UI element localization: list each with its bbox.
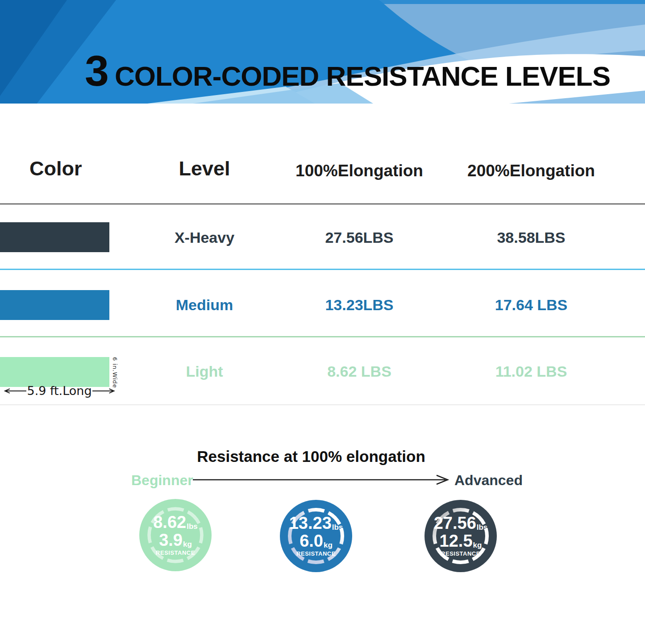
lbs-value: 27.56: [434, 514, 476, 532]
elongation-200-cell: 17.64 LBS: [464, 296, 598, 314]
badge-text: 13.23lbs 6.0kg RESISTANCE: [289, 515, 343, 558]
lbs-value: 13.23: [289, 514, 332, 532]
banner: 3 COLOR-CODED RESISTANCE LEVELS: [0, 0, 645, 104]
kg-unit: kg: [324, 541, 333, 549]
kg-value: 6.0: [300, 532, 323, 550]
resistance-badge-medium: 13.23lbs 6.0kg RESISTANCE: [280, 500, 352, 572]
column-header-100-elongation: 100%Elongation: [292, 162, 426, 180]
banner-title-text: COLOR-CODED RESISTANCE LEVELS: [115, 62, 610, 90]
beginner-to-advanced-arrow-icon: [191, 474, 452, 486]
kg-unit: kg: [183, 540, 192, 548]
band-swatch-x-heavy: [0, 222, 109, 252]
badge-caption: RESISTANCE: [441, 550, 480, 557]
band-length-dimension: 5.9 ft.Long: [4, 384, 115, 398]
kg-unit: kg: [473, 541, 482, 549]
column-header-200-elongation: 200%Elongation: [464, 162, 598, 180]
badge-text: 27.56lbs 12.5kg RESISTANCE: [434, 515, 488, 558]
banner-title-number: 3: [85, 49, 108, 92]
band-swatch-medium: [0, 290, 109, 320]
row-divider: [0, 336, 645, 337]
column-header-color: Color: [29, 157, 82, 180]
scale-label-beginner: Beginner: [131, 472, 193, 489]
band-swatch-light: [0, 357, 109, 387]
resistance-badge-light: 8.62lbs 3.9kg RESISTANCE: [139, 499, 212, 571]
level-cell: Medium: [147, 296, 262, 314]
length-arrow-left-icon: [4, 387, 26, 395]
level-cell: Light: [147, 363, 262, 380]
lbs-unit: lbs: [477, 523, 488, 532]
elongation-chart-title: Resistance at 100% elongation: [133, 448, 490, 465]
length-arrow-right-icon: [92, 387, 115, 395]
badge-caption: RESISTANCE: [156, 549, 195, 556]
level-cell: X-Heavy: [147, 229, 262, 246]
lbs-unit: lbs: [187, 522, 198, 531]
scale-label-advanced: Advanced: [454, 472, 523, 489]
lbs-value: 8.62: [153, 513, 186, 532]
resistance-badge-x-heavy: 27.56lbs 12.5kg RESISTANCE: [424, 500, 497, 572]
lbs-unit: lbs: [332, 523, 343, 532]
elongation-100-cell: 27.56LBS: [292, 229, 426, 246]
kg-value: 3.9: [159, 531, 183, 549]
column-header-level: Level: [147, 157, 262, 180]
elongation-100-cell: 13.23LBS: [292, 296, 426, 314]
band-length-label: 5.9 ft.Long: [27, 384, 92, 398]
elongation-200-cell: 11.02 LBS: [464, 363, 598, 380]
elongation-200-cell: 38.58LBS: [464, 229, 598, 246]
row-divider: [0, 269, 645, 270]
badge-text: 8.62lbs 3.9kg RESISTANCE: [153, 514, 198, 557]
badge-caption: RESISTANCE: [296, 550, 336, 557]
banner-title: 3 COLOR-CODED RESISTANCE LEVELS: [85, 49, 610, 92]
header-divider: [0, 204, 645, 204]
infographic: 3 COLOR-CODED RESISTANCE LEVELS Color Le…: [0, 0, 645, 644]
elongation-100-cell: 8.62 LBS: [292, 363, 426, 380]
kg-value: 12.5: [440, 532, 473, 550]
table-bottom-divider: [0, 404, 645, 405]
